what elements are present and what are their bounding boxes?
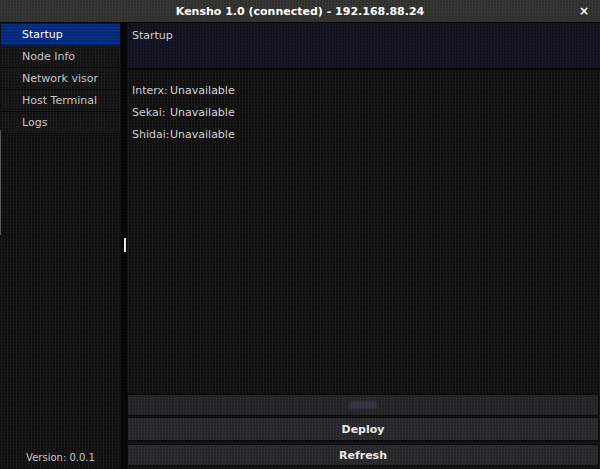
window-title: Kensho 1.0 (connected) - 192.168.88.24 (176, 5, 424, 18)
sidebar-item-label: Startup (22, 28, 63, 41)
sidebar-nav: Startup Node Info Network visor Host Ter… (1, 24, 120, 134)
main-panel: Startup Interx: Unavailable Sekai: Unava… (127, 23, 600, 469)
field-row-interx: Interx: Unavailable (132, 79, 590, 101)
field-label: Shidai: (132, 128, 168, 141)
sidebar-item-logs[interactable]: Logs (1, 112, 120, 134)
deploy-button-label: Deploy (342, 423, 385, 436)
main-header: Startup (127, 23, 600, 70)
sidebar-item-label: Network visor (22, 72, 98, 85)
field-row-shidai: Shidai: Unavailable (132, 123, 590, 145)
refresh-button-label: Refresh (339, 449, 387, 462)
field-row-sekai: Sekai: Unavailable (132, 101, 590, 123)
sidebar-item-network-visor[interactable]: Network visor (1, 68, 120, 90)
sidebar-item-label: Node Info (22, 50, 75, 63)
status-fields: Interx: Unavailable Sekai: Unavailable S… (132, 79, 590, 145)
title-bar: Kensho 1.0 (connected) - 192.168.88.24 × (0, 0, 600, 23)
deploy-button[interactable]: Deploy (127, 417, 599, 441)
field-label: Sekai: (132, 106, 168, 119)
field-value: Unavailable (168, 128, 235, 141)
sidebar-item-startup[interactable]: Startup (1, 24, 120, 46)
refresh-button[interactable]: Refresh (127, 444, 599, 466)
window-edge-highlight (0, 130, 1, 235)
field-value: Unavailable (168, 106, 235, 119)
app-window: Kensho 1.0 (connected) - 192.168.88.24 ×… (0, 0, 600, 469)
field-value: Unavailable (168, 84, 235, 97)
sidebar-item-host-terminal[interactable]: Host Terminal (1, 90, 120, 112)
close-icon[interactable]: × (579, 0, 589, 22)
sidebar-item-node-info[interactable]: Node Info (1, 46, 120, 68)
version-label: Version: 0.0.1 (0, 452, 121, 463)
sidebar-item-label: Host Terminal (22, 94, 97, 107)
field-label: Interx: (132, 84, 168, 97)
sidebar-item-label: Logs (22, 116, 47, 129)
disabled-action-button[interactable] (127, 394, 599, 416)
splitter-handle[interactable] (124, 238, 126, 252)
sidebar: Startup Node Info Network visor Host Ter… (0, 23, 121, 469)
disabled-action-label (349, 401, 377, 409)
page-title: Startup (132, 29, 173, 42)
